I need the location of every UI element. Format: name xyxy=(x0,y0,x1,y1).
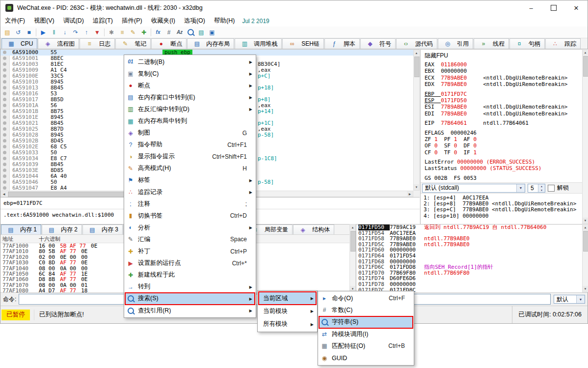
argument-count-stepper[interactable]: 5 ▲ ▼ xyxy=(528,184,545,193)
breakpoint-dot-icon[interactable] xyxy=(3,133,6,137)
spin-up-icon[interactable]: ▲ xyxy=(538,184,545,188)
close-button[interactable]: ■ xyxy=(24,28,34,37)
tab-call-stack[interactable]: ▥调用堆栈 xyxy=(235,38,282,49)
patch-button[interactable]: ✚ xyxy=(138,28,149,37)
breakpoint-dot-icon[interactable] xyxy=(3,62,6,66)
tab-dump-1[interactable]: ▤内存 1 xyxy=(1,225,41,234)
settings-button[interactable]: ✱ xyxy=(106,28,117,37)
scroll-up-icon[interactable]: ▲ xyxy=(583,50,588,56)
step-over-button[interactable]: ↷ xyxy=(70,28,81,37)
menubar-item[interactable]: 追踪(T) xyxy=(88,15,117,27)
restart-button[interactable]: ↺ xyxy=(13,28,24,37)
register-line[interactable]: GS 002B FS 0053 xyxy=(421,175,582,181)
breakpoint-dot-icon[interactable] xyxy=(3,139,6,142)
breakpoint-dot-icon[interactable] xyxy=(3,104,6,107)
menu-item-follow-in-disasm[interactable]: ▥在反汇编中转到(D)▶ xyxy=(125,103,255,115)
disassembly-vertical-scrollbar[interactable]: ▲ ▼ xyxy=(413,50,420,191)
stack-row[interactable]: 0171FD5077B9AC19返回到 ntdll.77B9AC19 自 ntd… xyxy=(356,225,582,230)
register-line[interactable]: LastStatus 00000000 (STATUS_SUCCESS) xyxy=(421,165,582,171)
menubar-item[interactable]: 选项(O) xyxy=(180,15,210,27)
breakpoint-dot-icon[interactable] xyxy=(3,121,6,125)
menubar-item[interactable]: 帮助(H) xyxy=(210,15,239,27)
menu-item-current-region[interactable]: 当前区域▶ xyxy=(259,292,316,305)
menu-item-highlight-mode[interactable]: ✎高亮模式(H)H xyxy=(125,163,255,174)
scroll-up-icon[interactable]: ▲ xyxy=(350,225,355,230)
tab-log[interactable]: ≡日志 xyxy=(80,38,115,49)
breakpoint-dot-icon[interactable] xyxy=(3,174,6,178)
breakpoint-dot-icon[interactable] xyxy=(3,80,6,84)
tab-dump-2[interactable]: ▤内存 2 xyxy=(42,225,82,234)
breakpoint-dot-icon[interactable] xyxy=(3,68,6,72)
register-line[interactable]: EDI 77B9ABE0 <ntdll.DbgUiRemoteBreakin> xyxy=(421,111,582,117)
breakpoint-dot-icon[interactable] xyxy=(3,110,6,113)
menu-item-instruction-help[interactable]: ?指令帮助Ctrl+F1 xyxy=(125,139,255,151)
menu-item-guid[interactable]: ◉GUID xyxy=(319,352,413,364)
argument-line[interactable]: 4: [esp+10] 00000000 xyxy=(421,213,582,219)
unlock-checkbox[interactable] xyxy=(548,185,555,192)
pause-button[interactable]: ‖ xyxy=(49,28,59,37)
stack-pane[interactable]: 0171FD5077B9AC19返回到 ntdll.77B9AC19 自 ntd… xyxy=(356,224,582,292)
menu-item-show-mnemonic-brief[interactable]: ◑显示指令提示Ctrl+Shift+F1 xyxy=(125,151,255,163)
menu-item-current-module[interactable]: 当前模块▶ xyxy=(259,305,316,317)
menubar-item[interactable]: 插件(P) xyxy=(117,15,147,27)
menu-item-find-references[interactable]: 查找引用(R)▶ xyxy=(125,305,255,316)
menu-item-new-thread-here[interactable]: ✚新建线程于此 xyxy=(125,269,255,281)
registers-pane[interactable]: 隐藏FPU EAX 01186000EBX 00000000ECX 77B9AB… xyxy=(420,49,582,224)
tab-breakpoints[interactable]: ●断点 xyxy=(151,38,187,49)
breakpoint-dot-icon[interactable] xyxy=(3,127,6,131)
menu-item-copy[interactable]: ▣复制(C)▶ xyxy=(125,68,255,80)
register-line[interactable]: ZF 1 PF 1 AF 0 xyxy=(421,136,582,142)
breakpoint-dot-icon[interactable] xyxy=(3,163,6,166)
scroll-thumb[interactable] xyxy=(583,231,588,252)
memory-map-button[interactable]: ▤ xyxy=(196,28,207,37)
windows-button[interactable]: ▣ xyxy=(207,28,217,37)
breakpoint-dot-icon[interactable] xyxy=(3,74,6,78)
menu-item-search[interactable]: 搜索(S)▶ xyxy=(125,293,255,305)
scroll-down-icon[interactable]: ▼ xyxy=(583,286,588,292)
scroll-down-icon[interactable]: ▼ xyxy=(414,184,419,190)
breakpoint-dot-icon[interactable] xyxy=(3,157,6,160)
scroll-right-icon[interactable]: ▶ xyxy=(407,191,413,197)
scroll-up-icon[interactable]: ▲ xyxy=(583,225,588,230)
stack-vertical-scrollbar[interactable]: ▲ ▼ xyxy=(582,224,588,292)
breakpoint-dot-icon[interactable] xyxy=(3,115,6,119)
tab-handles[interactable]: ¤句柄 xyxy=(509,38,545,49)
scroll-thumb[interactable] xyxy=(414,57,420,77)
menu-item-constant[interactable]: #常数(C) xyxy=(319,304,413,316)
strings-button[interactable]: Az xyxy=(174,28,185,37)
register-line[interactable]: EAX 01186000 xyxy=(421,61,582,68)
scroll-thumb[interactable] xyxy=(350,231,356,252)
registers-vertical-scrollbar[interactable]: ▲ ▼ xyxy=(582,49,588,224)
chevron-down-icon[interactable]: ▼ xyxy=(576,295,585,303)
execute-till-return-button[interactable]: ↑ xyxy=(81,28,92,37)
maximize-button[interactable] xyxy=(542,0,565,15)
register-line[interactable]: EIP 77B64061 ntdll.77B64061 xyxy=(421,120,582,126)
tab-symbols[interactable]: ◆符号 xyxy=(360,38,396,49)
tab-threads[interactable]: »线程 xyxy=(474,38,509,49)
menu-item-breakpoint[interactable]: ●断点▶ xyxy=(125,80,255,91)
run-button[interactable]: ▶ xyxy=(38,28,49,37)
menu-item-toggle-bookmark[interactable]: ▮切换书签Ctrl+D xyxy=(125,210,255,222)
menu-item-goto[interactable]: →转到▶ xyxy=(125,281,255,293)
breakpoint-dot-icon[interactable] xyxy=(3,86,6,89)
breakpoint-dot-icon[interactable] xyxy=(3,180,6,184)
tab-script[interactable]: ƒ脚本 xyxy=(324,38,360,49)
memory-vertical-scrollbar[interactable]: ▲ ▼ xyxy=(349,224,356,292)
tab-source[interactable]: ‹›源代码 xyxy=(396,38,437,49)
menu-item-graph[interactable]: ◈制图G xyxy=(125,127,255,139)
search-button[interactable] xyxy=(185,28,196,37)
menu-item-follow-in-memmap[interactable]: ▦在内存布局中转到 xyxy=(125,115,255,127)
breakpoint-dot-icon[interactable] xyxy=(3,169,6,172)
scroll-down-icon[interactable]: ▼ xyxy=(583,218,588,224)
breakpoint-dot-icon[interactable] xyxy=(3,151,6,154)
menu-item-all-modules[interactable]: 所有模块▶ xyxy=(259,318,316,331)
menu-item-pattern[interactable]: ▦匹配特征(O)Ctrl+B xyxy=(319,340,413,352)
register-line[interactable]: ESP 0171FD50 xyxy=(421,97,582,104)
menu-item-assemble[interactable]: ✎汇编Space xyxy=(125,233,255,245)
scroll-left-icon[interactable]: ◀ xyxy=(1,191,7,197)
chevron-down-icon[interactable]: ▼ xyxy=(516,184,525,192)
hide-fpu-label[interactable]: 隐藏FPU xyxy=(421,50,582,61)
menu-item-analysis[interactable]: ◐分析▶ xyxy=(125,222,255,233)
menu-item-string-references[interactable]: 字符串(S) xyxy=(319,316,413,328)
menu-item-command[interactable]: ▸命令(O)Ctrl+F xyxy=(319,292,413,304)
